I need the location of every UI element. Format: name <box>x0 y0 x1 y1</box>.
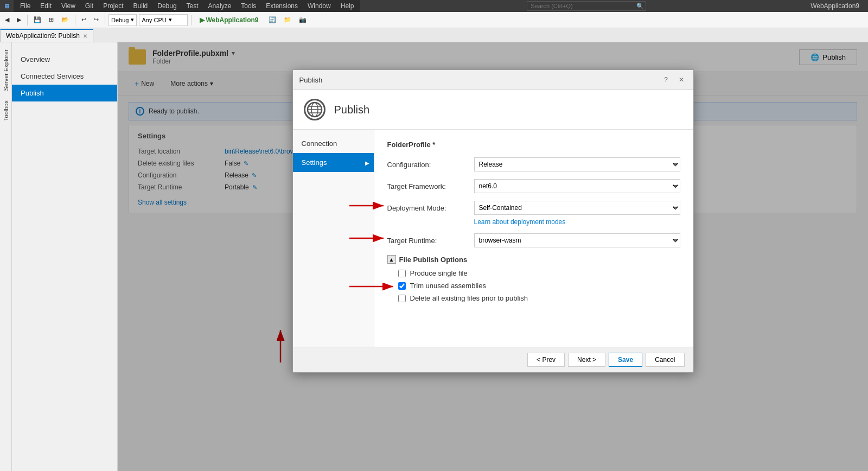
modal-titlebar: Publish ? ✕ <box>293 70 693 90</box>
camera-btn[interactable]: 📷 <box>296 14 309 27</box>
deployment-select-wrapper: Self-Contained Framework-Dependent <box>474 201 680 215</box>
menu-test[interactable]: Test <box>182 1 203 11</box>
run-btn[interactable]: ▶ WebApplication9 <box>195 15 263 26</box>
modal-globe-icon <box>304 99 326 120</box>
modal-section-title: FolderProfile * <box>387 141 680 149</box>
runtime-select[interactable]: browser-wasm win-x64 linux-x64 osx-x64 <box>474 233 680 247</box>
modal-window-controls: ? ✕ <box>661 74 687 85</box>
publish-modal: Publish ? ✕ Publish <box>292 69 694 373</box>
framework-select[interactable]: net6.0 net5.0 netcoreapp3.1 <box>474 179 680 193</box>
next-btn[interactable]: Next > <box>568 353 605 367</box>
produce-single-file-label: Produce single file <box>410 269 468 277</box>
reload-btn[interactable]: 🔄 <box>266 14 279 27</box>
produce-single-file-row: Produce single file <box>398 269 680 277</box>
modal-help-btn[interactable]: ? <box>661 74 672 85</box>
prev-btn[interactable]: < Prev <box>527 353 565 367</box>
delete-all-existing-row: Delete all existing files prior to publi… <box>398 294 680 302</box>
deployment-form-row: Deployment Mode: Self-Contained Framewor… <box>387 201 680 215</box>
toolbar: ◀ ▶ 💾 ⊞ 📂 ↩ ↪ Debug ▾ Any CPU ▾ ▶ WebApp… <box>0 12 868 28</box>
menu-extensions[interactable]: Extensions <box>261 1 302 11</box>
menu-file[interactable]: File <box>16 1 35 11</box>
menu-view[interactable]: View <box>57 1 80 11</box>
menu-project[interactable]: Project <box>99 1 127 11</box>
deployment-form-label: Deployment Mode: <box>387 204 474 212</box>
file-publish-options-label: File Publish Options <box>399 256 468 264</box>
config-form-label: Configuration: <box>387 161 474 169</box>
delete-all-existing-label: Delete all existing files prior to publi… <box>410 294 528 302</box>
modal-publish-heading: Publish <box>334 104 370 116</box>
tabbar: WebApplication9: Publish ✕ <box>0 28 868 42</box>
forward-btn[interactable]: ▶ <box>14 14 24 27</box>
deployment-select[interactable]: Self-Contained Framework-Dependent <box>474 201 680 215</box>
menu-tools[interactable]: Tools <box>237 1 260 11</box>
left-sidebar: Server Explorer Toolbox <box>0 42 12 471</box>
content-area: FolderProfile.pubxml ▾ Folder 🌐 Publish … <box>118 42 868 471</box>
collapse-btn[interactable]: ▲ <box>387 255 396 264</box>
modal-header: Publish <box>293 90 693 130</box>
menu-build[interactable]: Build <box>129 1 152 11</box>
menu-bar: File Edit View Git Project Build Debug T… <box>14 0 360 12</box>
framework-select-wrapper: net6.0 net5.0 netcoreapp3.1 <box>474 179 680 193</box>
modal-title: Publish <box>299 76 323 84</box>
window-title: WebApplication9 <box>810 2 859 10</box>
nav-connected-services[interactable]: Connected Services <box>12 68 117 85</box>
config-select[interactable]: Release Debug <box>474 157 680 171</box>
config-select-wrapper: Release Debug <box>474 157 680 171</box>
toolbox-tab[interactable]: Toolbox <box>1 96 11 126</box>
server-explorer-tab[interactable]: Server Explorer <box>1 44 11 96</box>
modal-body: Connection Settings FolderProfile * Conf… <box>293 130 693 347</box>
runtime-form-label: Target Runtime: <box>387 237 474 245</box>
sep2 <box>75 15 75 26</box>
learn-link[interactable]: Learn about deployment modes <box>474 218 680 226</box>
sep1 <box>27 15 28 26</box>
save-btn[interactable]: 💾 <box>31 14 44 27</box>
menu-edit[interactable]: Edit <box>36 1 56 11</box>
save-all-btn[interactable]: ⊞ <box>46 14 56 27</box>
sep4 <box>191 15 192 26</box>
framework-form-row: Target Framework: net6.0 net5.0 netcorea… <box>387 179 680 193</box>
menu-debug[interactable]: Debug <box>153 1 181 11</box>
back-btn[interactable]: ◀ <box>2 14 12 27</box>
cancel-btn[interactable]: Cancel <box>646 353 684 367</box>
redo-btn[interactable]: ↪ <box>91 14 101 27</box>
nav-publish[interactable]: Publish <box>12 85 117 101</box>
open-btn[interactable]: 📂 <box>59 14 72 27</box>
modal-content: FolderProfile * Configuration: Release D… <box>374 130 693 347</box>
publish-tab[interactable]: WebApplication9: Publish ✕ <box>0 29 93 42</box>
trim-assemblies-label: Trim unused assemblies <box>410 282 486 290</box>
nav-overview[interactable]: Overview <box>12 51 117 68</box>
produce-single-file-checkbox[interactable] <box>398 270 406 277</box>
framework-form-label: Target Framework: <box>387 182 474 190</box>
run-icon: ▶ <box>200 16 205 24</box>
modal-sidebar: Connection Settings <box>293 130 374 347</box>
platform-dropdown[interactable]: Any CPU ▾ <box>139 14 188 26</box>
tab-label: WebApplication9: Publish <box>6 32 80 40</box>
file-publish-header: ▲ File Publish Options <box>387 255 680 264</box>
menu-window[interactable]: Window <box>303 1 335 11</box>
main-layout: Server Explorer Toolbox Overview Connect… <box>0 42 868 471</box>
runtime-form-row: Target Runtime: browser-wasm win-x64 lin… <box>387 233 680 247</box>
trim-assemblies-checkbox[interactable] <box>398 282 406 290</box>
config-form-row: Configuration: Release Debug <box>387 157 680 171</box>
debug-mode-dropdown[interactable]: Debug ▾ <box>108 14 137 26</box>
menu-help[interactable]: Help <box>336 1 359 11</box>
search-input[interactable] <box>527 1 646 11</box>
modal-nav-settings[interactable]: Settings <box>293 153 374 172</box>
modal-footer: < Prev Next > Save Cancel <box>293 347 693 372</box>
modal-nav-connection[interactable]: Connection <box>293 134 374 153</box>
trim-assemblies-row: Trim unused assemblies <box>398 282 680 290</box>
tab-close-btn[interactable]: ✕ <box>83 33 87 39</box>
undo-btn[interactable]: ↩ <box>79 14 89 27</box>
runtime-select-wrapper: browser-wasm win-x64 linux-x64 osx-x64 <box>474 233 680 247</box>
delete-all-existing-checkbox[interactable] <box>398 295 406 302</box>
save-btn[interactable]: Save <box>609 353 642 367</box>
menu-git[interactable]: Git <box>81 1 98 11</box>
vs-logo: ⊞ <box>4 3 9 10</box>
menu-analyze[interactable]: Analyze <box>204 1 236 11</box>
modal-close-btn[interactable]: ✕ <box>676 74 687 85</box>
nav-panel: Overview Connected Services Publish <box>12 42 118 471</box>
sep3 <box>105 15 105 26</box>
folder-btn[interactable]: 📁 <box>281 14 294 27</box>
titlebar: ⊞ File Edit View Git Project Build Debug… <box>0 0 868 12</box>
search-icon: 🔍 <box>636 3 644 10</box>
